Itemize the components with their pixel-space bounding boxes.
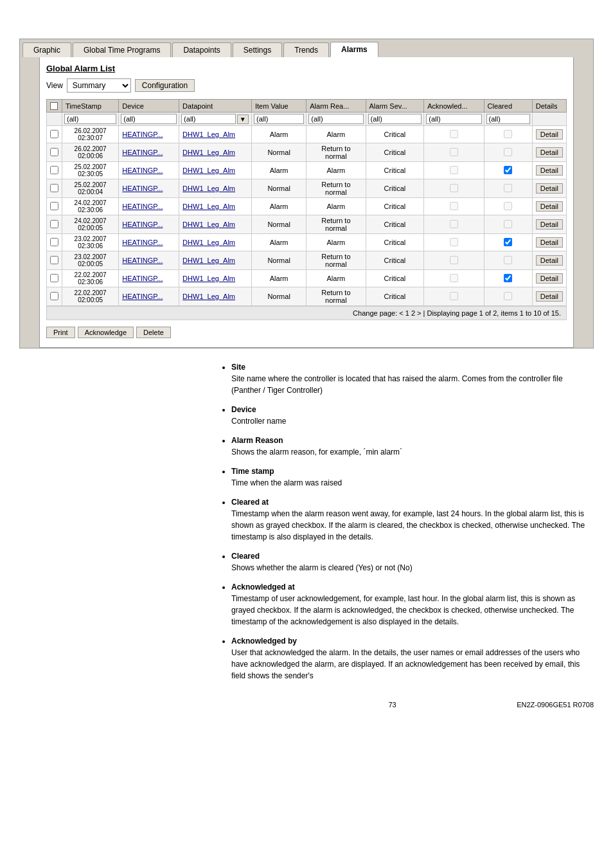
cleared-checkbox[interactable] [504,238,512,246]
filter-device-input[interactable] [121,114,177,124]
tab-settings[interactable]: Settings [233,42,282,57]
acknowledged-checkbox[interactable] [450,274,458,282]
filter-item-value-input[interactable] [254,114,304,124]
filter-alarm-reason-input[interactable] [308,114,363,124]
acknowledged-checkbox[interactable] [450,130,458,138]
row-acknowledged [424,179,484,198]
device-link[interactable]: HEATINGP... [122,131,163,138]
row-select-checkbox[interactable] [50,238,58,246]
row-alarm-reason: Return to normal [306,251,366,270]
row-select-checkbox[interactable] [50,148,58,156]
desc-body-text: User that acknowledged the alarm. In the… [231,648,580,680]
detail-button[interactable]: Detail [536,147,563,158]
acknowledged-checkbox[interactable] [450,220,458,228]
desc-body-text: Timestamp when the alarm reason went awa… [231,509,585,541]
print-button[interactable]: Print [46,327,75,338]
table-row: 24.02.2007 02:00:05HEATINGP...DHW1_Leg_A… [47,215,567,234]
cleared-checkbox[interactable] [504,256,512,264]
device-link[interactable]: HEATINGP... [122,221,163,228]
detail-button[interactable]: Detail [536,273,563,284]
datapoint-link[interactable]: DHW1_Leg_Alm [182,293,235,300]
acknowledged-checkbox[interactable] [450,238,458,246]
datapoint-link[interactable]: DHW1_Leg_Alm [182,185,235,192]
acknowledge-button[interactable]: Acknowledge [78,327,134,338]
row-select-checkbox[interactable] [50,166,58,174]
detail-button[interactable]: Detail [536,129,563,140]
row-select-checkbox[interactable] [50,292,58,300]
cleared-checkbox[interactable] [504,202,512,210]
filter-alarm-severity-input[interactable] [368,114,422,124]
tab-graphic[interactable]: Graphic [22,42,71,57]
datapoint-link[interactable]: DHW1_Leg_Alm [182,257,235,264]
desc-term: Alarm Reason [231,436,283,445]
acknowledged-checkbox[interactable] [450,166,458,174]
filter-timestamp-input[interactable] [64,114,116,124]
datapoint-link[interactable]: DHW1_Leg_Alm [182,149,235,156]
row-checkbox-cell [47,198,62,215]
detail-button[interactable]: Detail [536,291,563,302]
row-select-checkbox[interactable] [50,202,58,210]
device-link[interactable]: HEATINGP... [122,257,163,264]
filter-acknowledged-input[interactable] [426,114,481,124]
tab-global-time-programs[interactable]: Global Time Programs [73,42,171,57]
datapoint-link[interactable]: DHW1_Leg_Alm [182,275,235,282]
device-link[interactable]: HEATINGP... [122,275,163,282]
tab-trends[interactable]: Trends [283,42,329,57]
row-datapoint: DHW1_Leg_Alm [179,215,252,234]
detail-button[interactable]: Detail [536,255,563,266]
datapoint-link[interactable]: DHW1_Leg_Alm [182,131,235,138]
row-datapoint: DHW1_Leg_Alm [179,287,252,306]
desc-term: Acknowledged by [231,637,297,646]
row-select-checkbox[interactable] [50,220,58,228]
cleared-checkbox[interactable] [504,184,512,192]
acknowledged-checkbox[interactable] [450,148,458,156]
device-link[interactable]: HEATINGP... [122,185,163,192]
row-select-checkbox[interactable] [50,256,58,264]
detail-button[interactable]: Detail [536,219,563,230]
filter-cleared-input[interactable] [486,114,530,124]
cleared-checkbox[interactable] [504,220,512,228]
view-select[interactable]: Summary [67,78,131,93]
datapoint-link[interactable]: DHW1_Leg_Alm [182,239,235,246]
cleared-checkbox[interactable] [504,130,512,138]
device-link[interactable]: HEATINGP... [122,239,163,246]
row-item-value: Normal [251,179,306,198]
filter-alarm-reason [306,113,366,126]
configuration-button[interactable]: Configuration [135,79,195,92]
pagination-text: Change page: < 1 2 > | Displaying page 1… [353,309,561,317]
device-link[interactable]: HEATINGP... [122,203,163,210]
cleared-checkbox[interactable] [504,292,512,300]
acknowledged-checkbox[interactable] [450,256,458,264]
tab-alarms[interactable]: Alarms [330,42,378,57]
table-row: 23.02.2007 02:00:05HEATINGP...DHW1_Leg_A… [47,251,567,270]
acknowledged-checkbox[interactable] [450,202,458,210]
device-link[interactable]: HEATINGP... [122,149,163,156]
desc-body-text: Controller name [231,417,286,426]
device-link[interactable]: HEATINGP... [122,167,163,174]
detail-button[interactable]: Detail [536,165,563,176]
filter-datapoint-input[interactable] [181,114,236,124]
detail-button[interactable]: Detail [536,201,563,212]
cleared-checkbox[interactable] [504,166,512,174]
pagination-row: Change page: < 1 2 > | Displaying page 1… [46,306,567,320]
cleared-checkbox[interactable] [504,274,512,282]
row-select-checkbox[interactable] [50,130,58,138]
detail-button[interactable]: Detail [536,183,563,194]
datapoint-link[interactable]: DHW1_Leg_Alm [182,203,235,210]
row-acknowledged [424,270,484,287]
tab-datapoints[interactable]: Datapoints [172,42,231,57]
acknowledged-checkbox[interactable] [450,184,458,192]
acknowledged-checkbox[interactable] [450,292,458,300]
row-select-checkbox[interactable] [50,184,58,192]
delete-button[interactable]: Delete [136,327,171,338]
row-datapoint: DHW1_Leg_Alm [179,234,252,251]
device-link[interactable]: HEATINGP... [122,293,163,300]
row-cleared [484,287,532,306]
col-alarm-severity: Alarm Sev... [366,100,424,113]
detail-button[interactable]: Detail [536,237,563,248]
row-select-checkbox[interactable] [50,274,58,282]
datapoint-link[interactable]: DHW1_Leg_Alm [182,221,235,228]
doc-ref: EN2Z-0906GE51 R0708 [517,701,594,709]
datapoint-link[interactable]: DHW1_Leg_Alm [182,167,235,174]
cleared-checkbox[interactable] [504,148,512,156]
